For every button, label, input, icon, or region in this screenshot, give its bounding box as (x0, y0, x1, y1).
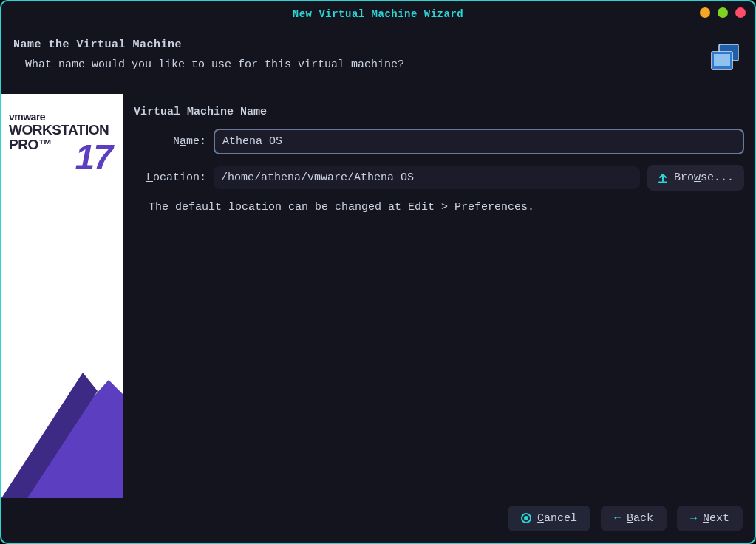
back-button[interactable]: ← Back (601, 506, 667, 531)
window-controls (700, 7, 746, 18)
close-window-button[interactable] (735, 7, 746, 18)
titlebar: New Virtual Machine Wizard (1, 1, 755, 27)
minimize-button[interactable] (700, 7, 710, 18)
wizard-header: Name the Virtual Machine What name would… (1, 27, 755, 94)
vm-location-input[interactable] (214, 166, 640, 189)
branding-graphic (1, 350, 123, 498)
logo-product-1: WORKSTATION (9, 123, 116, 137)
name-row: Name: (134, 129, 744, 154)
maximize-button[interactable] (718, 7, 728, 18)
wizard-footer: Cancel ← Back → Next (1, 498, 755, 543)
branding-sidebar: vmware WORKSTATION PRO™ 17 (1, 94, 123, 498)
wizard-body: vmware WORKSTATION PRO™ 17 Virtual Machi… (1, 94, 755, 498)
vm-icon (704, 38, 743, 81)
vmware-logo: vmware WORKSTATION PRO™ 17 (9, 112, 116, 176)
upload-icon (658, 173, 668, 183)
next-button[interactable]: → Next (677, 506, 743, 531)
location-label: Location: (134, 171, 206, 184)
location-row: Location: Browse... (134, 165, 744, 191)
arrow-left-icon: ← (614, 512, 621, 525)
svg-rect-2 (714, 54, 730, 66)
wizard-header-text: Name the Virtual Machine What name would… (13, 38, 404, 71)
location-hint: The default location can be changed at E… (149, 201, 744, 214)
form-area: Virtual Machine Name Name: Location: Bro… (123, 94, 755, 498)
browse-button[interactable]: Browse... (647, 165, 744, 191)
window-title: New Virtual Machine Wizard (293, 8, 463, 20)
section-title: Virtual Machine Name (134, 106, 744, 118)
page-subtitle: What name would you like to use for this… (25, 58, 404, 71)
arrow-right-icon: → (690, 512, 697, 525)
logo-brand: vmware (9, 112, 116, 123)
cancel-icon (521, 513, 531, 523)
wizard-window: New Virtual Machine Wizard Name the Virt… (0, 0, 756, 544)
page-title: Name the Virtual Machine (13, 38, 404, 51)
vm-name-input[interactable] (214, 129, 744, 154)
name-label: Name: (134, 135, 206, 148)
cancel-button[interactable]: Cancel (508, 506, 590, 531)
